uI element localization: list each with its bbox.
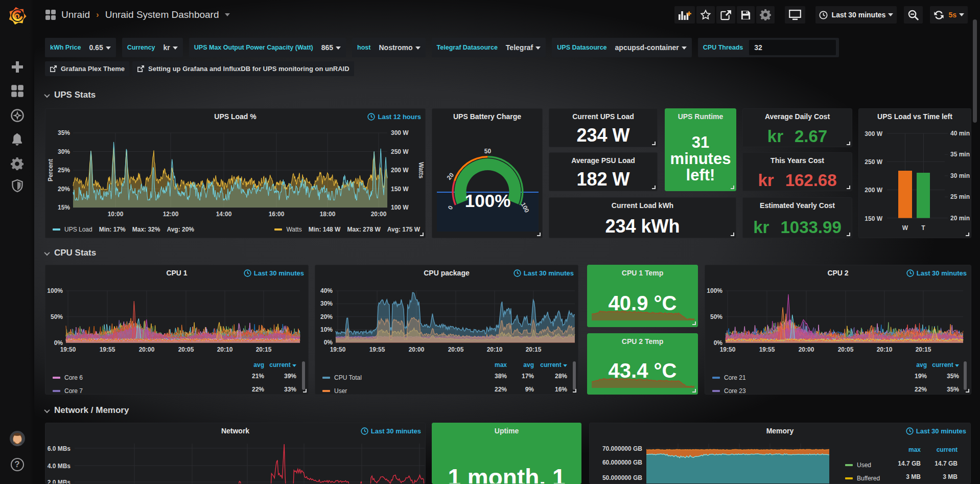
svg-text:19:55: 19:55 xyxy=(369,346,385,353)
svg-text:0%: 0% xyxy=(54,339,63,347)
svg-text:20:05: 20:05 xyxy=(448,346,464,353)
svg-text:300 W: 300 W xyxy=(865,130,882,137)
svg-text:200 W: 200 W xyxy=(391,167,409,174)
svg-text:20:00: 20:00 xyxy=(799,346,814,353)
svg-text:50%: 50% xyxy=(51,313,63,320)
svg-text:20:00: 20:00 xyxy=(139,346,155,353)
svg-text:40 min: 40 min xyxy=(950,130,970,137)
svg-text:20: 20 xyxy=(446,171,456,181)
svg-text:20:05: 20:05 xyxy=(838,346,854,353)
svg-text:100%: 100% xyxy=(465,191,511,211)
svg-text:100%: 100% xyxy=(47,287,63,294)
svg-text:100%: 100% xyxy=(707,287,722,294)
svg-text:100 W: 100 W xyxy=(391,204,409,211)
svg-text:15%: 15% xyxy=(58,204,70,211)
svg-text:W: W xyxy=(902,224,908,232)
svg-text:20:10: 20:10 xyxy=(877,346,893,353)
svg-text:10:00: 10:00 xyxy=(108,211,124,218)
svg-text:150 W: 150 W xyxy=(391,186,409,193)
svg-text:Watts: Watts xyxy=(417,162,425,179)
svg-text:20 min: 20 min xyxy=(950,215,970,222)
svg-text:25 min: 25 min xyxy=(950,193,970,200)
svg-text:20:00: 20:00 xyxy=(409,346,425,353)
svg-text:20:00: 20:00 xyxy=(371,211,387,218)
svg-text:200 W: 200 W xyxy=(865,187,882,194)
svg-text:60.000000 GB: 60.000000 GB xyxy=(602,459,642,466)
svg-text:30 min: 30 min xyxy=(950,172,970,179)
svg-text:20%: 20% xyxy=(320,313,333,320)
svg-text:0%: 0% xyxy=(324,339,333,346)
svg-text:6.0 MBs: 6.0 MBs xyxy=(48,445,71,452)
svg-text:25%: 25% xyxy=(58,167,70,174)
svg-text:19:50: 19:50 xyxy=(330,346,346,353)
svg-text:30%: 30% xyxy=(320,300,333,307)
svg-text:19:55: 19:55 xyxy=(100,346,115,353)
svg-text:20%: 20% xyxy=(58,186,70,193)
svg-text:2.0 MBs: 2.0 MBs xyxy=(48,479,71,484)
svg-text:20:15: 20:15 xyxy=(916,346,931,353)
svg-text:20:10: 20:10 xyxy=(487,346,503,353)
svg-text:0%: 0% xyxy=(714,339,723,347)
svg-text:10%: 10% xyxy=(320,326,333,333)
svg-text:250 W: 250 W xyxy=(391,148,409,155)
svg-text:50.000000 GB: 50.000000 GB xyxy=(602,474,642,481)
svg-text:20:10: 20:10 xyxy=(217,346,233,353)
svg-text:35%: 35% xyxy=(58,129,70,136)
svg-text:18:00: 18:00 xyxy=(320,211,336,218)
svg-text:40%: 40% xyxy=(320,287,333,294)
svg-text:16:00: 16:00 xyxy=(269,211,285,218)
svg-text:20:15: 20:15 xyxy=(256,346,272,353)
svg-text:19:55: 19:55 xyxy=(759,346,775,353)
svg-text:19:50: 19:50 xyxy=(720,346,736,353)
svg-text:250 W: 250 W xyxy=(865,158,882,166)
svg-text:150 W: 150 W xyxy=(865,215,882,222)
svg-text:14:00: 14:00 xyxy=(216,211,232,218)
svg-text:4.0 MBs: 4.0 MBs xyxy=(48,463,71,470)
svg-text:50: 50 xyxy=(484,148,492,155)
svg-text:300 W: 300 W xyxy=(391,129,409,136)
svg-text:20:15: 20:15 xyxy=(526,346,542,353)
svg-text:Percent: Percent xyxy=(47,159,54,181)
svg-text:12:00: 12:00 xyxy=(163,211,179,218)
svg-text:35 min: 35 min xyxy=(950,151,970,158)
svg-text:50%: 50% xyxy=(710,313,722,320)
svg-text:20:05: 20:05 xyxy=(178,346,194,353)
svg-text:T: T xyxy=(921,224,925,232)
svg-text:70.000000 GB: 70.000000 GB xyxy=(602,445,642,452)
svg-text:19:50: 19:50 xyxy=(60,346,76,353)
svg-text:30%: 30% xyxy=(58,148,70,155)
